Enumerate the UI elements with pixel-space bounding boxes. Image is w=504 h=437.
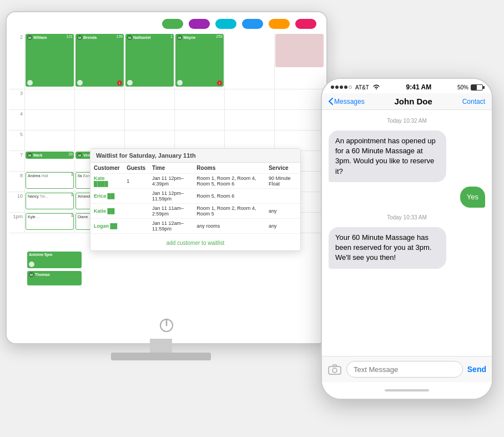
event-count-brenda: 139: [116, 34, 123, 38]
monitor-stand-base: [111, 353, 211, 360]
color-dot-4: [242, 19, 263, 29]
dot-3: [340, 86, 343, 89]
service-erica: [265, 189, 300, 204]
waitlist-row-logan[interactable]: Logan ██ Jan 11 12am–11:59pm any rooms a…: [90, 219, 300, 234]
event-mark[interactable]: M Mark 29: [26, 152, 74, 159]
color-dot-6: [295, 19, 316, 29]
guests-logan: [123, 219, 149, 234]
col-time: Time: [149, 163, 193, 174]
power-button[interactable]: [159, 318, 174, 335]
guests-erica: [123, 189, 149, 204]
service-katie: any: [265, 204, 300, 219]
event-andrea[interactable]: Andrea Hall 1: [26, 172, 74, 189]
event-circle-brenda: [77, 80, 83, 86]
placeholder-block: [275, 34, 324, 67]
col-rooms: Rooms: [193, 163, 265, 174]
add-customer-link[interactable]: add customer to waitlist: [167, 240, 225, 246]
color-dot-1: [162, 19, 183, 29]
time-label-7: 7: [9, 151, 24, 171]
event-count-mark: 29: [68, 152, 73, 156]
cal-col-brenda[interactable]: M Brenda 139 !: [74, 33, 124, 89]
timestamp-1: Today 10:32 AM: [329, 118, 485, 124]
message-text-yes: Yes: [467, 193, 478, 201]
event-count-william: 121: [66, 34, 73, 38]
event-name-nathaniel: M Nathaniel: [127, 35, 172, 40]
message-incoming-1: An appointment has opened up for a 60 Mi…: [329, 130, 446, 182]
waitlist-row-erica[interactable]: Erica ██ Jan 11 12pm–11:59pm Room 5, Roo…: [90, 189, 300, 204]
customer-erica[interactable]: Erica ██: [90, 189, 123, 204]
camera-icon[interactable]: [327, 363, 342, 375]
cal-cols-row2: M William 121 M Brenda: [24, 33, 324, 89]
time-logan: Jan 11 12am–11:59pm: [149, 219, 193, 234]
dot-5: [349, 86, 352, 89]
cal-col-wayne[interactable]: M Wayne 253 !: [174, 33, 224, 89]
customer-katie[interactable]: Katie ██: [90, 204, 123, 219]
dot-2: [335, 86, 339, 89]
status-time: 9:41 AM: [406, 83, 432, 91]
event-kyle[interactable]: Kyle ... 1: [26, 213, 74, 230]
dot-4: [344, 86, 347, 89]
battery-percent: 50%: [457, 84, 468, 91]
event-antoine[interactable]: Antoine5pm: [27, 251, 82, 269]
calendar-row-3: 3: [9, 89, 324, 110]
event-brenda[interactable]: M Brenda 139 !: [75, 34, 124, 87]
back-button[interactable]: Messages: [329, 98, 365, 106]
phone: AT&T 9:41 AM 50% Messages John Doe Conta…: [321, 78, 493, 400]
event-name-andrea: Andrea Hall: [28, 174, 72, 178]
color-dot-5: [269, 19, 290, 29]
event-circle-nathaniel: [127, 80, 133, 86]
message-outgoing-1: Yes: [460, 187, 485, 208]
waitlist-footer[interactable]: add customer to waitlist: [90, 234, 300, 250]
event-alert-brenda: !: [117, 81, 122, 86]
event-nathaniel[interactable]: M Nathaniel 1: [125, 34, 174, 87]
color-dot-3: [215, 19, 236, 29]
event-count-nathaniel: 1: [170, 34, 173, 38]
waitlist-table: Customer Guests Time Rooms Service Kate …: [90, 163, 300, 234]
rooms-katie: Room 1, Room 2, Room 4, Room 5: [193, 204, 265, 219]
message-input[interactable]: [346, 361, 463, 378]
event-william[interactable]: M William 121: [26, 34, 74, 87]
chat-area: Today 10:32 AM An appointment has opened…: [322, 110, 492, 356]
cal-col-william[interactable]: M William 121: [24, 33, 74, 89]
event-thomas[interactable]: M Thomas: [27, 270, 82, 286]
contact-button[interactable]: Contact: [462, 98, 485, 106]
cal-col-nathaniel[interactable]: M Nathaniel 1: [124, 33, 174, 89]
event-name-wayne: M Wayne: [177, 35, 222, 40]
cal-col-empty-1: [224, 33, 274, 89]
message-text-2: Your 60 Minute Massage has been reserved…: [335, 233, 431, 262]
col-customer: Customer: [90, 163, 123, 174]
battery-icon: [471, 84, 483, 91]
status-left: AT&T: [331, 84, 380, 91]
time-label-8: 8: [9, 172, 24, 192]
waitlist-row-katie[interactable]: Katie ██ Jan 11 11am–2:59pm Room 1, Room…: [90, 204, 300, 219]
time-label-5: 5: [9, 130, 24, 150]
time-label-10: 10: [9, 192, 24, 212]
calendar-row-2: 2 M William 121: [9, 33, 324, 89]
event-wayne[interactable]: M Wayne 253 !: [175, 34, 224, 87]
rooms-logan: any rooms: [193, 219, 265, 234]
guests-katie: [123, 204, 149, 219]
col-guests: Guests: [123, 163, 149, 174]
service-logan: any: [265, 219, 300, 234]
signal-dots: [331, 86, 352, 89]
customer-logan[interactable]: Logan ██: [90, 219, 123, 234]
send-button[interactable]: Send: [467, 365, 486, 374]
event-name-mark: M Mark: [27, 153, 72, 158]
rooms-kate: Room 1, Room 2, Room 4, Room 5, Room 6: [193, 174, 265, 189]
event-nancy[interactable]: Nancy Tor... 1: [26, 193, 74, 209]
back-label: Messages: [334, 98, 365, 106]
monitor: 2 M William 121: [6, 11, 327, 344]
chat-contact-name: John Doe: [365, 97, 462, 106]
event-count-wayne: 253: [216, 34, 223, 38]
wifi-icon: [372, 84, 380, 90]
customer-kate[interactable]: Kate ████: [90, 174, 123, 189]
rooms-erica: Room 5, Room 6: [193, 189, 265, 204]
phone-status-bar: AT&T 9:41 AM 50%: [322, 79, 492, 93]
event-circle-william: [27, 80, 33, 86]
col-service: Service: [265, 163, 300, 174]
carrier-label: AT&T: [355, 84, 369, 91]
time-erica: Jan 11 12pm–11:59pm: [149, 189, 193, 204]
messages-header: Messages John Doe Contact: [322, 93, 492, 110]
waitlist-row-kate[interactable]: Kate ████ 1 Jan 11 12pm–4:39pm Room 1, R…: [90, 174, 300, 189]
message-incoming-2: Your 60 Minute Massage has been reserved…: [329, 227, 446, 269]
